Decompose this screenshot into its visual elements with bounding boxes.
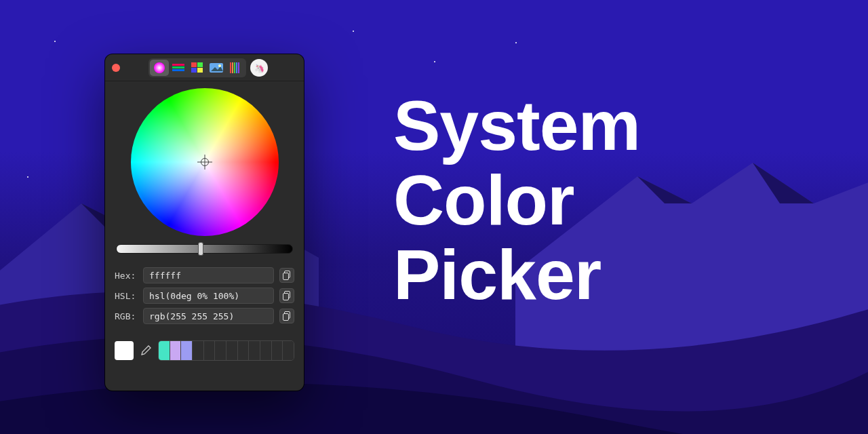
swatch-cell[interactable]: [283, 341, 294, 360]
svg-rect-19: [283, 294, 289, 300]
svg-rect-12: [234, 62, 235, 73]
swatch-cell[interactable]: [215, 341, 226, 360]
tab-sliders[interactable]: [169, 60, 188, 76]
color-picker-window: 🦄 Hex: HSL: RGB:: [105, 54, 304, 391]
swatch-cell[interactable]: [238, 341, 250, 360]
hex-input[interactable]: [143, 267, 274, 283]
svg-rect-1: [172, 64, 184, 66]
swatch-cell[interactable]: [260, 341, 272, 360]
rgb-label: RGB:: [115, 311, 138, 321]
svg-text:🦄: 🦄: [254, 63, 264, 73]
svg-rect-10: [230, 62, 231, 73]
svg-point-9: [218, 64, 221, 67]
svg-rect-5: [197, 62, 203, 67]
svg-rect-14: [238, 62, 239, 73]
svg-rect-13: [236, 62, 237, 73]
swatch-cell[interactable]: [272, 341, 283, 360]
swatch-cell[interactable]: [181, 341, 193, 360]
svg-rect-7: [197, 68, 203, 73]
tab-extra[interactable]: 🦄: [250, 59, 268, 77]
rgb-input[interactable]: [143, 308, 274, 324]
svg-rect-3: [172, 69, 184, 71]
eyedropper-button[interactable]: [139, 344, 153, 357]
picker-indicator[interactable]: [201, 158, 209, 166]
copy-hex-button[interactable]: [279, 268, 294, 283]
svg-rect-11: [232, 62, 233, 73]
swatch-cell[interactable]: [170, 341, 182, 360]
tab-color-wheel[interactable]: [150, 60, 169, 76]
tab-palettes[interactable]: [188, 60, 207, 76]
svg-point-0: [154, 62, 165, 73]
swatch-cell[interactable]: [249, 341, 260, 360]
titlebar: 🦄: [105, 54, 304, 81]
svg-rect-2: [172, 66, 184, 68]
close-window-button[interactable]: [112, 64, 120, 72]
brightness-slider[interactable]: [116, 244, 293, 254]
copy-hsl-button[interactable]: [279, 288, 294, 303]
hsl-label: HSL:: [115, 291, 138, 301]
swatch-cell[interactable]: [159, 341, 170, 360]
swatch-cell[interactable]: [204, 341, 216, 360]
copy-rgb-button[interactable]: [279, 309, 294, 323]
swatch-cell[interactable]: [193, 341, 204, 360]
picker-mode-tabs: [149, 58, 246, 77]
hex-label: Hex:: [115, 271, 138, 281]
saved-swatches: [158, 340, 294, 361]
svg-rect-21: [283, 314, 289, 321]
svg-rect-4: [191, 62, 197, 67]
tab-image[interactable]: [207, 60, 226, 76]
hero-title: System Color Picker: [393, 88, 640, 313]
color-wheel[interactable]: [131, 88, 279, 236]
current-color-swatch[interactable]: [115, 341, 134, 360]
swatch-cell[interactable]: [226, 341, 238, 360]
svg-rect-6: [191, 68, 197, 73]
tab-pencils[interactable]: [226, 60, 245, 76]
slider-knob[interactable]: [198, 242, 203, 256]
hsl-input[interactable]: [143, 288, 274, 304]
svg-rect-17: [283, 273, 289, 280]
